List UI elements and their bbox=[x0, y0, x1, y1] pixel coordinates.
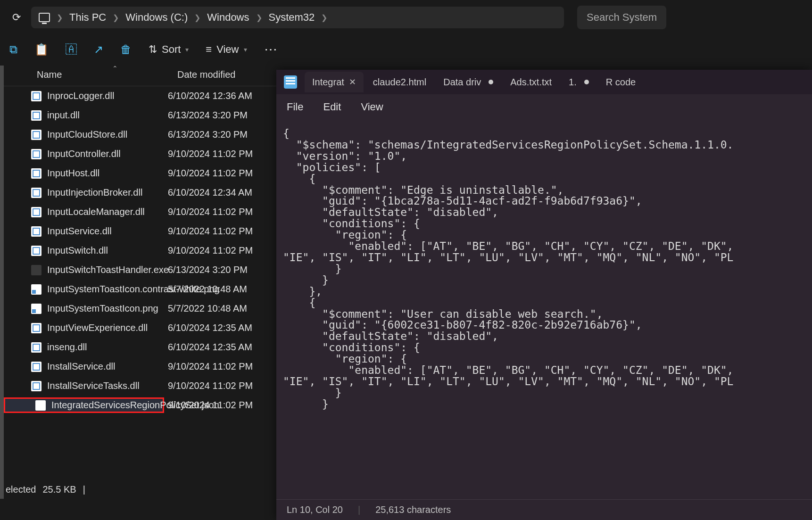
notepad-tab[interactable]: 1. bbox=[561, 72, 597, 92]
file-row[interactable]: InputViewExperience.dll6/10/2024 12:35 A… bbox=[4, 318, 276, 338]
chevron-right-icon[interactable]: ❯ bbox=[113, 13, 119, 22]
view-label: View bbox=[216, 43, 239, 56]
file-row[interactable]: InputHost.dll9/10/2024 11:02 PM bbox=[4, 164, 276, 183]
chevron-down-icon: ▾ bbox=[244, 46, 247, 53]
chevron-down-icon: ▾ bbox=[185, 46, 189, 53]
rename-icon[interactable]: 🇦 bbox=[66, 43, 77, 56]
file-name: InstallService.dll bbox=[47, 361, 116, 372]
file-row[interactable]: InputInjectionBroker.dll6/10/2024 12:34 … bbox=[4, 183, 276, 202]
file-icon bbox=[31, 188, 41, 198]
file-date: 9/10/2024 11:02 PM bbox=[164, 149, 253, 159]
menu-edit[interactable]: Edit bbox=[323, 101, 341, 113]
file-date: 5/7/2022 10:48 AM bbox=[164, 284, 247, 295]
file-row[interactable]: InprocLogger.dll6/10/2024 12:36 AM bbox=[4, 86, 276, 106]
notepad-icon bbox=[284, 75, 297, 89]
chevron-right-icon[interactable]: ❯ bbox=[256, 13, 262, 22]
sidebar-scrollbar[interactable] bbox=[0, 66, 4, 499]
file-date: 9/10/2024 11:02 PM bbox=[164, 206, 253, 217]
file-row[interactable]: InputSystemToastIcon.contrast-white.png5… bbox=[4, 280, 276, 299]
sort-button[interactable]: ⇅ Sort ▾ bbox=[149, 43, 189, 56]
file-name: input.dll bbox=[47, 110, 80, 121]
notepad-tab[interactable]: claude2.html bbox=[365, 72, 434, 92]
notepad-tab[interactable]: R code bbox=[598, 72, 643, 92]
breadcrumb-item[interactable]: System32 bbox=[269, 11, 315, 24]
selection-status: elected bbox=[6, 484, 36, 495]
breadcrumb-item[interactable]: This PC bbox=[69, 11, 106, 24]
file-row[interactable]: InputService.dll9/10/2024 11:02 PM bbox=[4, 222, 276, 241]
file-row[interactable]: input.dll6/13/2024 3:20 PM bbox=[4, 106, 276, 125]
sort-icon: ⇅ bbox=[149, 43, 157, 56]
column-header[interactable]: Name⌃ Date modified bbox=[4, 64, 276, 86]
file-row[interactable]: IntegratedServicesRegionPolicySet.json9/… bbox=[4, 396, 276, 415]
file-date: 9/10/2024 11:02 PM bbox=[164, 226, 253, 237]
file-row[interactable]: InstallService.dll9/10/2024 11:02 PM bbox=[4, 357, 276, 376]
file-icon bbox=[31, 284, 41, 295]
chevron-right-icon[interactable]: ❯ bbox=[321, 13, 327, 22]
file-row[interactable]: InputCloudStore.dll6/13/2024 3:20 PM bbox=[4, 125, 276, 144]
unsaved-dot-icon bbox=[489, 80, 493, 84]
file-name: InprocLogger.dll bbox=[47, 91, 114, 101]
notepad-tab[interactable]: Data driv bbox=[436, 72, 501, 92]
file-icon bbox=[31, 342, 41, 353]
file-date: 9/10/2024 11:02 PM bbox=[164, 168, 253, 179]
more-button[interactable]: ⋯ bbox=[264, 41, 278, 57]
file-icon bbox=[31, 304, 41, 314]
close-icon[interactable]: ✕ bbox=[349, 77, 356, 87]
file-row[interactable]: InputSystemToastIcon.png5/7/2022 10:48 A… bbox=[4, 299, 276, 318]
file-icon bbox=[31, 207, 41, 217]
unsaved-dot-icon bbox=[584, 80, 589, 84]
file-name: InputViewExperience.dll bbox=[47, 322, 148, 333]
file-row[interactable]: InputSwitch.dll9/10/2024 11:02 PM bbox=[4, 241, 276, 260]
cursor-position: Ln 10, Col 20 bbox=[287, 504, 343, 515]
file-row[interactable]: InputSwitchToastHandler.exe6/13/2024 3:2… bbox=[4, 260, 276, 280]
file-date: 9/10/2024 11:02 PM bbox=[164, 245, 253, 256]
notepad-tab[interactable]: Ads.txt.txt bbox=[503, 72, 559, 92]
file-name: InputSystemToastIcon.png bbox=[47, 303, 158, 314]
sort-label: Sort bbox=[162, 43, 181, 56]
notepad-tab[interactable]: Integrat✕ bbox=[305, 72, 364, 92]
file-name: inseng.dll bbox=[47, 342, 87, 353]
file-icon bbox=[31, 265, 41, 275]
divider: | bbox=[358, 504, 360, 515]
breadcrumb-item[interactable]: Windows (C:) bbox=[125, 11, 188, 24]
col-name[interactable]: Name bbox=[37, 69, 62, 80]
file-row[interactable]: inseng.dll6/10/2024 12:35 AM bbox=[4, 338, 276, 357]
notepad-window: Integrat✕claude2.htmlData drivAds.txt.tx… bbox=[276, 70, 812, 520]
file-name: InputLocaleManager.dll bbox=[47, 206, 145, 217]
file-icon bbox=[31, 362, 41, 372]
file-row[interactable]: InstallServiceTasks.dll9/10/2024 11:02 P… bbox=[4, 376, 276, 396]
breadcrumb[interactable]: ❯ This PC ❯ Windows (C:) ❯ Windows ❯ Sys… bbox=[31, 7, 564, 28]
file-icon bbox=[31, 323, 41, 333]
editor-content[interactable]: { "$schema": "schemas/IntegratedServices… bbox=[276, 120, 812, 499]
size-status: 25.5 KB bbox=[43, 484, 76, 495]
file-icon bbox=[31, 246, 41, 256]
col-date[interactable]: Date modified bbox=[174, 69, 276, 80]
copy-icon[interactable]: ⧉ bbox=[9, 43, 17, 56]
share-icon[interactable]: ↗ bbox=[94, 43, 103, 56]
file-row[interactable]: InputController.dll9/10/2024 11:02 PM bbox=[4, 144, 276, 164]
file-name: InputCloudStore.dll bbox=[47, 129, 127, 140]
refresh-button[interactable]: ⟳ bbox=[9, 8, 24, 26]
paste-icon[interactable]: 📋 bbox=[34, 43, 49, 56]
file-name: InstallServiceTasks.dll bbox=[47, 380, 140, 391]
file-name: InputSwitchToastHandler.exe bbox=[47, 264, 169, 275]
delete-icon[interactable]: 🗑 bbox=[120, 43, 132, 56]
view-button[interactable]: ≡ View ▾ bbox=[206, 43, 247, 56]
file-date: 5/7/2022 10:48 AM bbox=[164, 303, 247, 314]
file-name: InputController.dll bbox=[47, 149, 121, 159]
tab-label: 1. bbox=[569, 77, 577, 88]
file-date: 6/10/2024 12:35 AM bbox=[164, 322, 252, 333]
file-icon bbox=[31, 130, 41, 140]
tab-label: Data driv bbox=[443, 77, 481, 88]
file-icon bbox=[31, 110, 41, 121]
chevron-right-icon[interactable]: ❯ bbox=[194, 13, 200, 22]
chevron-right-icon[interactable]: ❯ bbox=[57, 13, 63, 22]
file-date: 6/13/2024 3:20 PM bbox=[164, 110, 248, 121]
file-date: 6/13/2024 3:20 PM bbox=[164, 264, 248, 275]
menu-view[interactable]: View bbox=[361, 101, 383, 113]
breadcrumb-item[interactable]: Windows bbox=[207, 11, 249, 24]
menu-file[interactable]: File bbox=[287, 101, 303, 113]
search-input[interactable]: Search System bbox=[577, 6, 666, 29]
tab-label: Ads.txt.txt bbox=[510, 77, 552, 88]
file-row[interactable]: InputLocaleManager.dll9/10/2024 11:02 PM bbox=[4, 202, 276, 222]
